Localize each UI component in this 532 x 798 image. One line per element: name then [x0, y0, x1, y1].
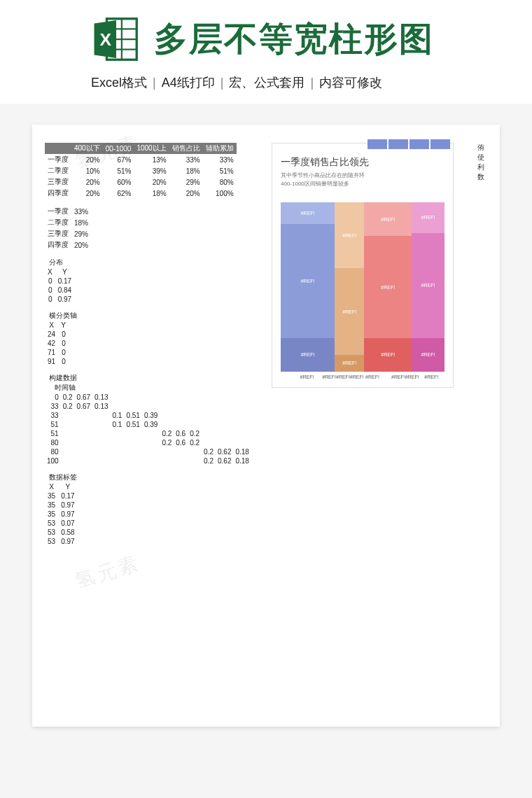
cell — [188, 402, 202, 411]
build-table: 00.20.670.13330.20.670.13330.10.510.3951… — [45, 393, 251, 465]
cell: 18% — [169, 165, 203, 176]
section-subtitle: 时间轴 — [45, 383, 255, 393]
cell — [174, 420, 188, 429]
cell: 0.58 — [58, 528, 77, 537]
cell: 0.97 — [55, 295, 74, 304]
chart-segment: #REF! — [412, 338, 444, 372]
chart-column: 侑 使 利 数 一季度销售占比领先 其中季节性小商品比存在的随并环 400-10… — [265, 143, 487, 546]
table-row: 1000.20.620.18 — [45, 456, 251, 465]
chart-sub-line: 其中季节性小商品比存在的随并环 — [281, 172, 444, 180]
cell: 60% — [103, 176, 134, 188]
th: 销售占比 — [169, 143, 203, 154]
cell — [92, 411, 110, 420]
section-title: 横分类轴 — [45, 311, 255, 321]
th: 00-1000 — [103, 143, 134, 154]
meta-row: Excel格式| A4纸打印| 宏、公式套用| 内容可修改 — [0, 74, 532, 91]
side-char: 数 — [477, 172, 484, 182]
cell: 0.97 — [58, 500, 77, 510]
cell: 0 — [45, 286, 55, 295]
cell — [233, 420, 251, 429]
chart-card: 一季度销售占比领先 其中季节性小商品比存在的随并环 400-1000区间销量明显… — [272, 143, 454, 388]
chart-segment: #REF! — [364, 202, 412, 236]
cell — [188, 456, 202, 465]
cell: 10% — [71, 165, 103, 176]
page-title: 多层不等宽柱形图 — [154, 17, 434, 62]
cell: 71 — [45, 348, 58, 357]
cell: 0.2 — [160, 429, 174, 438]
legend-swatch — [368, 139, 387, 149]
table-row: 二季度10%51%39%18%51% — [45, 165, 237, 176]
chart-segment: #REF! — [281, 224, 335, 337]
cell: 0 — [58, 357, 69, 366]
cell — [124, 393, 141, 402]
cell — [233, 438, 251, 447]
table-row: 330.20.670.13 — [45, 402, 251, 411]
cell: 18% — [71, 217, 91, 228]
cell — [75, 447, 92, 456]
table-row: 一季度20%67%13%33%33% — [45, 154, 237, 165]
table-row: 00.84 — [45, 286, 74, 295]
cell: 53 — [45, 519, 58, 528]
cell: 0.17 — [58, 491, 77, 500]
cell: 0 — [58, 330, 69, 339]
cell — [124, 447, 141, 456]
meta-item: 内容可修改 — [319, 74, 382, 91]
table-row: 00.97 — [45, 295, 74, 304]
cell — [233, 411, 251, 420]
x-tick-label: #REF! — [365, 374, 379, 379]
cell — [111, 429, 125, 438]
legend-swatch — [410, 139, 429, 149]
cell — [111, 438, 125, 447]
cell: 35 — [45, 510, 58, 519]
cell: 80% — [203, 176, 237, 188]
col: X — [45, 267, 55, 276]
cell — [92, 420, 110, 429]
meta-item: 宏、公式套用 — [229, 74, 304, 91]
cell: 0.97 — [58, 537, 77, 546]
table-row: 00.17 — [45, 276, 74, 286]
chart-segment: #REF! — [412, 233, 444, 338]
cell: 29% — [71, 228, 91, 239]
cell: 33 — [45, 411, 61, 420]
cell: 39% — [134, 165, 169, 176]
cell — [61, 429, 75, 438]
chart-subtitle: 其中季节性小商品比存在的随并环 400-1000区间销量明显较多 — [272, 170, 453, 190]
cell: 33 — [45, 402, 61, 411]
cell — [142, 447, 160, 456]
cell: 0.6 — [174, 429, 188, 438]
cell: 三季度 — [45, 176, 71, 188]
cell — [216, 393, 233, 402]
cell — [111, 456, 125, 465]
cell: 0.39 — [142, 411, 160, 420]
cell: 0.2 — [202, 447, 216, 456]
cell: 33% — [169, 154, 203, 165]
cell — [216, 438, 233, 447]
chart-x-labels: #REF!#REF!#REF!#REF!#REF!#REF!#REF!#REF! — [281, 374, 444, 384]
cell — [142, 402, 160, 411]
cell — [61, 438, 75, 447]
cell — [233, 402, 251, 411]
chart-legend — [368, 139, 450, 149]
table-row: 四季度20% — [45, 239, 91, 251]
legend-swatch — [388, 139, 408, 149]
cell — [75, 456, 92, 465]
cell: 35 — [45, 491, 58, 500]
cell: 0.97 — [58, 510, 77, 519]
cell — [75, 438, 92, 447]
cell — [124, 402, 141, 411]
side-char: 使 — [477, 153, 484, 162]
cell — [188, 447, 202, 456]
cell — [92, 447, 110, 456]
table-row: 330.10.510.39 — [45, 411, 251, 420]
table-row: 710 — [45, 348, 69, 357]
chart-segment: #REF! — [281, 338, 335, 372]
table-row: 800.20.60.2 — [45, 438, 251, 447]
chart-segment: #REF! — [335, 268, 364, 354]
cell: 62% — [103, 188, 134, 199]
cell — [111, 447, 125, 456]
cell: 18% — [134, 188, 169, 199]
cell — [174, 402, 188, 411]
cell: 0.67 — [75, 402, 92, 411]
cell — [216, 420, 233, 429]
chart-bar: #REF!#REF!#REF! — [281, 202, 335, 372]
